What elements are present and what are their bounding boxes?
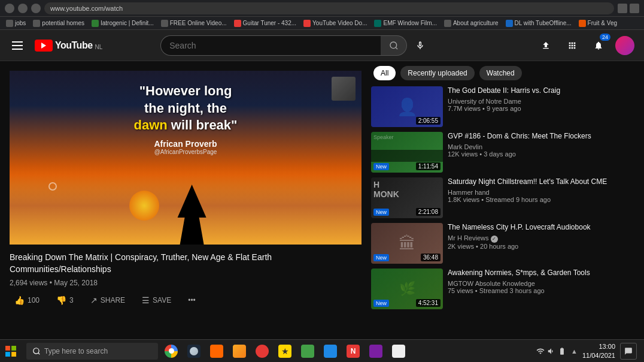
steam-icon [187, 345, 201, 358]
rec-duration-0: 2:06:55 [416, 117, 441, 125]
clock-time: 13:00 [582, 342, 615, 351]
n-app-icon: N [347, 345, 360, 358]
upload-button[interactable] [536, 36, 555, 55]
user-avatar[interactable] [615, 36, 634, 55]
save-button[interactable]: ☰ SAVE [137, 293, 176, 307]
bookmark-emf[interactable]: EMF Window Film... [372, 20, 439, 27]
clock-date: 11/04/2021 [582, 351, 615, 360]
rec-thumb-visual-2: HMONK [371, 177, 443, 201]
rec-thumb-1: Speaker 1:11:54 New [371, 132, 443, 173]
rec-item-4[interactable]: 🌿 4:52:31 New Awakening Normies, S*mps, … [371, 269, 639, 309]
url-bar[interactable]: www.youtube.com/watch [44, 2, 614, 14]
taskbar-search-box[interactable]: Type here to search [26, 343, 158, 360]
dislike-count: 3 [69, 296, 74, 304]
video-player[interactable]: "However long the night, the dawn will b… [10, 71, 362, 245]
video-meta: 2,694 views • May 25, 2018 [10, 279, 362, 287]
taskbar-app-star[interactable]: ★ [274, 340, 296, 362]
nav-forward[interactable] [18, 4, 28, 13]
taskbar-app-purple[interactable] [365, 340, 387, 362]
bookmark-guitar[interactable]: Guitar Tuner - 432... [232, 20, 299, 27]
rec-new-badge-3: New [373, 254, 389, 261]
rec-channel-4: MGTOW Absolute Knowledge [448, 280, 639, 287]
hamburger-menu[interactable] [10, 39, 25, 52]
bookmark-homes-icon [33, 20, 40, 27]
taskbar-app-icons: ★ N [160, 340, 409, 362]
action-center-button[interactable] [620, 343, 637, 360]
rec-item-1[interactable]: Speaker 1:11:54 New GVP #186 - Dom & Chr… [371, 132, 639, 173]
rec-item-2[interactable]: HMONK 2:21:08 New Saturday Night Chillst… [371, 177, 639, 218]
taskbar-app-n[interactable]: N [342, 340, 364, 362]
save-icon: ☰ [142, 295, 150, 305]
browser-ext-icon[interactable] [630, 4, 639, 13]
disk-app-icon [301, 345, 314, 358]
rec-info-0: The God Debate II: Harris vs. Craig Univ… [448, 86, 639, 127]
more-button[interactable]: ••• [183, 294, 201, 307]
up-arrow-icon: ▲ [571, 348, 578, 355]
youtube-logo-text: YouTube [55, 40, 93, 51]
svg-rect-4 [5, 352, 10, 357]
svg-line-7 [38, 352, 40, 354]
taskbar-app-game[interactable] [320, 340, 341, 362]
rec-info-1: GVP #186 - Dom & Chris: Meet The Flocker… [448, 132, 639, 173]
video-section: "However long the night, the dawn will b… [0, 61, 371, 339]
taskbar-right: ▲ 13:00 11/04/2021 [536, 342, 644, 360]
rec-info-2: Saturday Night Chillstream!! Let's Talk … [448, 177, 639, 218]
start-button[interactable] [0, 340, 22, 362]
rec-item-3[interactable]: 🏛 36:48 New The Nameless City H.P. Lovec… [371, 223, 639, 264]
taskbar-app-files[interactable] [229, 340, 250, 362]
voice-search-button[interactable] [411, 36, 430, 55]
taskbar-app-white[interactable] [388, 340, 409, 362]
filter-recently-uploaded[interactable]: Recently uploaded [400, 66, 474, 80]
bookmark-homes[interactable]: potential homes [31, 20, 87, 27]
bookmark-dl-tube[interactable]: DL with TubeOffline... [503, 20, 574, 27]
browser-menu-icon[interactable] [618, 4, 627, 13]
video-views: 2,694 views [10, 279, 47, 287]
sun [129, 191, 159, 221]
white-app-icon [392, 345, 405, 358]
notifications-button[interactable]: 24 [589, 36, 608, 55]
rec-duration-4: 4:52:31 [416, 299, 441, 307]
more-icon: ••• [188, 296, 196, 304]
bookmark-free-online[interactable]: FREE Online Video... [159, 20, 229, 27]
dislike-button[interactable]: 👎 3 [51, 293, 78, 307]
rec-meta-0: 7.7M views • 9 years ago [448, 105, 639, 112]
rec-list: 👤 2:06:55 The God Debate II: Harris vs. … [371, 86, 639, 309]
bookmark-guitar-icon [234, 20, 241, 27]
taskbar-app-chrome[interactable] [160, 340, 182, 362]
filter-all[interactable]: All [373, 66, 396, 80]
hamburger-line [12, 45, 23, 46]
battery-icon [558, 347, 566, 355]
like-button[interactable]: 👍 100 [10, 293, 44, 307]
bookmark-yt-video[interactable]: YouTube Video Do... [301, 20, 369, 27]
taskbar-app-orange[interactable] [206, 340, 227, 362]
svg-line-1 [396, 47, 397, 49]
rec-waveform-1 [371, 150, 443, 162]
rec-channel-1: Mark Devlin [448, 143, 639, 150]
search-input[interactable] [160, 35, 381, 56]
rec-thumb-2: HMONK 2:21:08 New [371, 177, 443, 218]
bookmark-agriculture[interactable]: About agriculture [442, 20, 501, 27]
search-button[interactable] [381, 35, 407, 56]
taskbar-app-red[interactable] [251, 340, 273, 362]
filter-watched[interactable]: Watched [479, 66, 522, 80]
game-app-icon [324, 345, 337, 358]
rec-new-badge-2: New [373, 209, 389, 216]
taskbar-app-disk[interactable] [297, 340, 318, 362]
taskbar-app-steam[interactable] [183, 340, 205, 362]
bookmark-jobs[interactable]: jobs [4, 20, 28, 27]
bookmark-iatrogenic-icon [92, 20, 99, 27]
network-icon [536, 347, 545, 355]
taskbar-arrow-area[interactable]: ▲ [571, 348, 578, 355]
youtube-logo-icon [35, 40, 53, 52]
bookmark-fruit[interactable]: Fruit & Veg [576, 20, 619, 27]
youtube-logo[interactable]: YouTube NL [35, 40, 102, 52]
video-quote: "However long the night, the dawn will b… [133, 83, 237, 134]
share-button[interactable]: ↗ SHARE [86, 293, 130, 307]
bookmark-iatrogenic[interactable]: Iatrogenic | Definit... [89, 20, 156, 27]
nav-back[interactable] [5, 4, 14, 13]
svg-point-0 [390, 42, 397, 49]
rec-item-0[interactable]: 👤 2:06:55 The God Debate II: Harris vs. … [371, 86, 639, 127]
files-icon [233, 345, 246, 358]
apps-button[interactable] [563, 36, 582, 55]
nav-refresh[interactable] [31, 4, 41, 13]
